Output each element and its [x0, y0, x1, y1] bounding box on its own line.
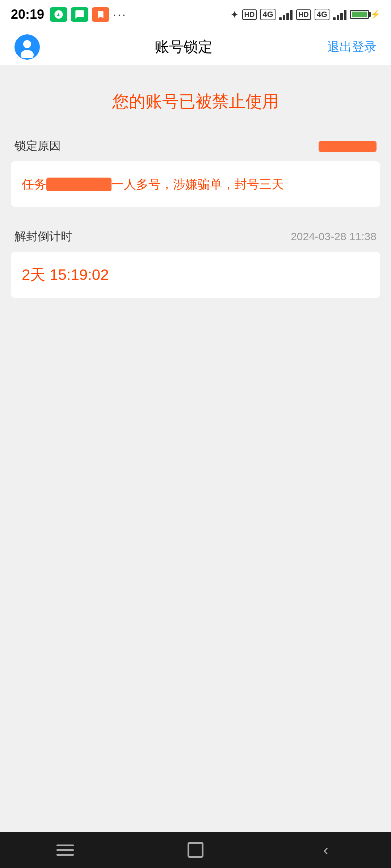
- svg-point-3: [23, 40, 31, 48]
- lock-reason-header: 锁定原因: [11, 131, 380, 161]
- lock-reason-section: 锁定原因 任务一人多号，涉嫌骗单，封号三天: [0, 131, 391, 207]
- nav-back-button[interactable]: ‹: [308, 839, 344, 861]
- hamburger-line-3: [56, 854, 74, 856]
- logout-button[interactable]: 退出登录: [327, 39, 377, 55]
- 4g-badge2: 4G: [315, 9, 329, 20]
- reason-redact: [46, 178, 112, 191]
- main-content: 您的账号已被禁止使用 锁定原因 任务一人多号，涉嫌骗单，封号三天 解封倒计时 2…: [0, 65, 391, 832]
- reason-text: 任务一人多号，涉嫌骗单，封号三天: [22, 177, 284, 191]
- signal-bars-2: [333, 9, 346, 20]
- nav-bar: 账号锁定 退出登录: [0, 29, 391, 65]
- battery-fill: [352, 12, 367, 17]
- reason-prefix: 任务: [22, 177, 46, 191]
- account-banned-heading: 您的账号已被禁止使用: [112, 92, 279, 111]
- hamburger-line-2: [56, 849, 74, 851]
- nav-home-button[interactable]: [177, 839, 214, 861]
- bluetooth-icon: ✦: [230, 9, 239, 21]
- system-icons: ✦ HD 4G HD 4G: [230, 9, 381, 21]
- bookmark-icon: [92, 7, 109, 22]
- home-square-icon: [188, 842, 203, 858]
- page-title: 账号锁定: [155, 37, 213, 57]
- countdown-section: 解封倒计时 2024-03-28 11:38 2天 15:19:02: [0, 221, 391, 298]
- countdown-label: 解封倒计时: [14, 229, 72, 244]
- 4g-badge1: 4G: [260, 9, 275, 20]
- countdown-header: 解封倒计时 2024-03-28 11:38: [11, 221, 380, 252]
- lock-reason-label: 锁定原因: [14, 138, 61, 154]
- nav-menu-button[interactable]: [47, 839, 83, 861]
- status-right: ✦ HD 4G HD 4G: [230, 9, 381, 21]
- hamburger-line-1: [56, 844, 74, 846]
- lock-reason-card: 任务一人多号，涉嫌骗单，封号三天: [11, 161, 380, 207]
- status-bar: 20:19 ··· ✦: [0, 0, 391, 29]
- status-app-icons: ···: [50, 7, 127, 22]
- hd-badge2: HD: [296, 9, 311, 20]
- countdown-date: 2024-03-28 11:38: [291, 230, 377, 243]
- more-dots: ···: [113, 8, 127, 21]
- hd-badge: HD: [242, 9, 257, 20]
- back-arrow-icon: ‹: [323, 842, 329, 858]
- countdown-value: 2天 15:19:02: [22, 266, 109, 283]
- status-time: 20:19: [11, 7, 44, 22]
- reason-suffix: 一人多号，涉嫌骗单，封号三天: [112, 177, 284, 191]
- countdown-card: 2天 15:19:02: [11, 252, 380, 298]
- wechat-icon2: [71, 7, 88, 22]
- wechat-icon1: [50, 7, 67, 22]
- signal-bars-1: [279, 9, 293, 20]
- status-left: 20:19 ···: [11, 7, 127, 22]
- lock-reason-uid: [319, 140, 377, 152]
- page-heading-section: 您的账号已被禁止使用: [0, 83, 391, 131]
- bottom-nav: ‹: [0, 832, 391, 868]
- hamburger-icon: [56, 844, 74, 856]
- battery-icon: ⚡: [350, 10, 380, 19]
- user-avatar: [14, 34, 40, 60]
